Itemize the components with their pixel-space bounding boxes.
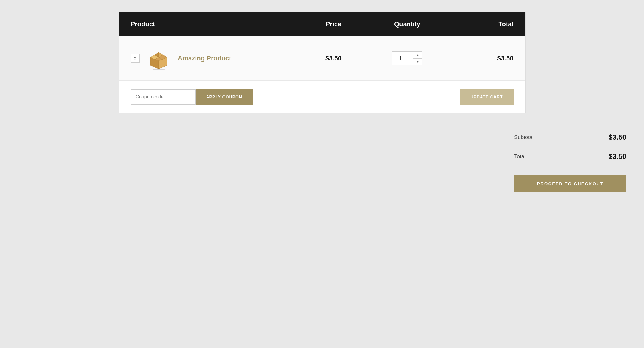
cart-container: Product Price Quantity Total × bbox=[119, 12, 526, 113]
header-quantity: Quantity bbox=[366, 20, 449, 28]
price-cell: $3.50 bbox=[301, 55, 366, 62]
header-product: Product bbox=[131, 20, 301, 28]
header-total: Total bbox=[449, 20, 514, 28]
product-cell: × bbox=[131, 45, 301, 72]
quantity-arrows: ▲ ▼ bbox=[413, 52, 422, 65]
header-price: Price bbox=[301, 20, 366, 28]
quantity-down-button[interactable]: ▼ bbox=[413, 59, 422, 65]
apply-coupon-button[interactable]: APPLY COUPON bbox=[196, 89, 253, 105]
coupon-row: APPLY COUPON UPDATE CART bbox=[119, 81, 525, 113]
product-name: Amazing Product bbox=[178, 55, 231, 62]
quantity-input[interactable] bbox=[392, 52, 413, 65]
remove-icon: × bbox=[134, 56, 136, 61]
quantity-up-button[interactable]: ▲ bbox=[413, 52, 422, 59]
summary-box: Subtotal $3.50 Total $3.50 PROCEED TO CH… bbox=[514, 128, 626, 192]
total-cell: $3.50 bbox=[449, 55, 514, 62]
remove-button[interactable]: × bbox=[131, 54, 140, 63]
total-value: $3.50 bbox=[609, 152, 626, 161]
svg-point-7 bbox=[153, 68, 165, 70]
summary-section: Subtotal $3.50 Total $3.50 PROCEED TO CH… bbox=[6, 113, 638, 198]
subtotal-value: $3.50 bbox=[609, 133, 626, 141]
total-row: Total $3.50 bbox=[514, 147, 626, 166]
coupon-input[interactable] bbox=[131, 89, 196, 105]
arrow-down-icon: ▼ bbox=[416, 60, 419, 63]
subtotal-label: Subtotal bbox=[514, 134, 534, 141]
cart-header: Product Price Quantity Total bbox=[119, 12, 525, 36]
coupon-left: APPLY COUPON bbox=[131, 89, 253, 105]
cart-row: × bbox=[119, 36, 525, 81]
subtotal-row: Subtotal $3.50 bbox=[514, 128, 626, 147]
update-cart-button[interactable]: UPDATE CART bbox=[460, 89, 513, 105]
quantity-cell: ▲ ▼ bbox=[366, 51, 449, 65]
total-label: Total bbox=[514, 154, 525, 160]
product-image bbox=[145, 45, 172, 72]
checkout-button[interactable]: PROCEED TO CHECKOUT bbox=[514, 175, 626, 192]
quantity-input-wrapper: ▲ ▼ bbox=[392, 51, 422, 65]
product-image-svg bbox=[147, 47, 171, 70]
arrow-up-icon: ▲ bbox=[416, 53, 419, 57]
